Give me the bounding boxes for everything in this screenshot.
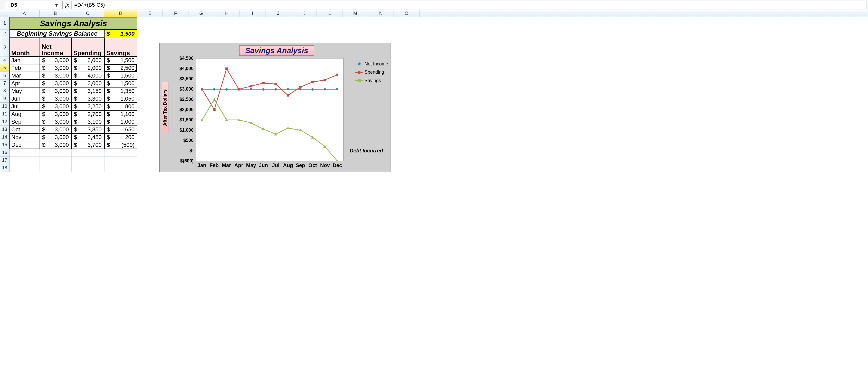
column-header-I[interactable]: I <box>240 10 266 17</box>
row-header-8[interactable]: 8 <box>0 87 9 95</box>
column-header-J[interactable]: J <box>266 10 291 17</box>
column-header-E[interactable]: E <box>137 10 163 17</box>
name-box-caret-icon[interactable]: ▾ <box>53 2 60 8</box>
cell-month[interactable]: Sep <box>9 118 40 126</box>
row-header-3[interactable]: 3 <box>0 38 9 57</box>
column-header-G[interactable]: G <box>188 10 214 17</box>
cell-save[interactable]: $1,100 <box>104 110 137 118</box>
sheet-title[interactable]: Savings Analysis <box>9 17 137 30</box>
cell-save[interactable]: $1,500 <box>104 79 137 87</box>
svg-marker-2 <box>225 88 228 91</box>
cell-month[interactable]: Oct <box>9 126 40 133</box>
cell-month[interactable]: May <box>9 87 40 95</box>
cell-net[interactable]: $3,000 <box>40 57 72 64</box>
cell-save[interactable]: $1,500 <box>104 57 137 64</box>
column-header-B[interactable]: B <box>39 10 71 17</box>
cell-net[interactable]: $3,000 <box>40 133 72 141</box>
row-header-7[interactable]: 7 <box>0 79 9 87</box>
cell-save[interactable]: $1,500 <box>104 72 137 79</box>
cell-net[interactable]: $3,000 <box>40 64 72 72</box>
row-header-1[interactable]: 1 <box>0 17 9 30</box>
column-header-M[interactable]: M <box>342 10 368 17</box>
cell-save[interactable]: $1,000 <box>104 118 137 126</box>
chart[interactable]: Savings Analysis After Tax Dollars Net I… <box>159 43 391 172</box>
row-header-9[interactable]: 9 <box>0 95 9 103</box>
column-header-K[interactable]: K <box>291 10 317 17</box>
fx-button[interactable]: fx <box>62 1 71 9</box>
row-header-12[interactable]: 12 <box>0 118 9 126</box>
row-header-16[interactable]: 16 <box>0 149 9 157</box>
cell-spend[interactable]: $2,700 <box>72 110 104 118</box>
cell-save[interactable]: $650 <box>104 126 137 133</box>
cell-month[interactable]: Dec <box>9 141 40 149</box>
row-header-17[interactable]: 17 <box>0 157 9 164</box>
name-box[interactable]: D5 ▾ <box>5 1 60 9</box>
beginning-balance-value[interactable]: $ 1,500 <box>104 30 137 38</box>
row-header-15[interactable]: 15 <box>0 141 9 149</box>
cell-spend[interactable]: $3,300 <box>72 95 104 103</box>
cell-net[interactable]: $3,000 <box>40 110 72 118</box>
formula-input[interactable]: =D4+(B5-C5) <box>71 1 866 9</box>
column-header-O[interactable]: O <box>394 10 420 17</box>
beginning-balance-label[interactable]: Beginning Savings Balance <box>9 30 104 38</box>
column-header-L[interactable]: L <box>317 10 342 17</box>
row-header-18[interactable]: 18 <box>0 164 9 172</box>
row-header-2[interactable]: 2 <box>0 30 9 38</box>
cell-spend[interactable]: $4,000 <box>72 72 104 79</box>
svg-rect-23 <box>336 74 338 76</box>
column-header-D[interactable]: D <box>104 10 137 17</box>
grid-body[interactable]: Savings Analysis Beginning Savings Balan… <box>9 17 137 172</box>
cell-spend[interactable]: $3,000 <box>72 79 104 87</box>
column-header-N[interactable]: N <box>368 10 394 17</box>
header-net-income[interactable]: Net Income <box>40 38 72 57</box>
column-header-A[interactable]: A <box>9 10 39 17</box>
header-spending[interactable]: Spending <box>72 38 104 57</box>
column-header-H[interactable]: H <box>214 10 240 17</box>
cell-save[interactable]: $(500) <box>104 141 137 149</box>
cell-month[interactable]: Feb <box>9 64 40 72</box>
column-header-F[interactable]: F <box>163 10 188 17</box>
cell-month[interactable]: Mar <box>9 72 40 79</box>
cell-spend[interactable]: $3,700 <box>72 141 104 149</box>
legend-net-income: Net Income <box>355 60 388 68</box>
cell-spend[interactable]: $3,000 <box>72 57 104 64</box>
row-header-4[interactable]: 4 <box>0 57 9 64</box>
cell-net[interactable]: $3,000 <box>40 72 72 79</box>
cell-save[interactable]: $1,350 <box>104 87 137 95</box>
cell-net[interactable]: $3,000 <box>40 95 72 103</box>
column-header-C[interactable]: C <box>71 10 104 17</box>
cell-save[interactable]: $800 <box>104 103 137 110</box>
cell-spend[interactable]: $3,100 <box>72 118 104 126</box>
cell-save[interactable]: $2,500 <box>104 64 137 72</box>
cell-month[interactable]: Jul <box>9 103 40 110</box>
cell-spend[interactable]: $3,150 <box>72 87 104 95</box>
fx-icon: fx <box>65 2 69 8</box>
cell-net[interactable]: $3,000 <box>40 87 72 95</box>
row-header-13[interactable]: 13 <box>0 126 9 133</box>
cell-month[interactable]: Apr <box>9 79 40 87</box>
row-header-10[interactable]: 10 <box>0 103 9 110</box>
row-header-6[interactable]: 6 <box>0 72 9 79</box>
svg-marker-11 <box>336 88 339 91</box>
header-savings[interactable]: Savings <box>104 38 137 57</box>
cell-net[interactable]: $3,000 <box>40 141 72 149</box>
cell-net[interactable]: $3,000 <box>40 79 72 87</box>
row-header-11[interactable]: 11 <box>0 110 9 118</box>
cell-net[interactable]: $3,000 <box>40 118 72 126</box>
cell-month[interactable]: Jun <box>9 95 40 103</box>
row-header-14[interactable]: 14 <box>0 133 9 141</box>
cell-spend[interactable]: $3,450 <box>72 133 104 141</box>
row-header-5[interactable]: 5 <box>0 64 9 72</box>
cell-net[interactable]: $3,000 <box>40 126 72 133</box>
select-all-corner[interactable] <box>0 10 9 17</box>
cell-spend[interactable]: $3,250 <box>72 103 104 110</box>
cell-save[interactable]: $1,050 <box>104 95 137 103</box>
cell-month[interactable]: Jan <box>9 57 40 64</box>
cell-spend[interactable]: $3,350 <box>72 126 104 133</box>
header-month[interactable]: Month <box>9 38 40 57</box>
cell-spend[interactable]: $2,000 <box>72 64 104 72</box>
cell-net[interactable]: $3,000 <box>40 103 72 110</box>
cell-month[interactable]: Nov <box>9 133 40 141</box>
cell-save[interactable]: $200 <box>104 133 137 141</box>
cell-month[interactable]: Aug <box>9 110 40 118</box>
